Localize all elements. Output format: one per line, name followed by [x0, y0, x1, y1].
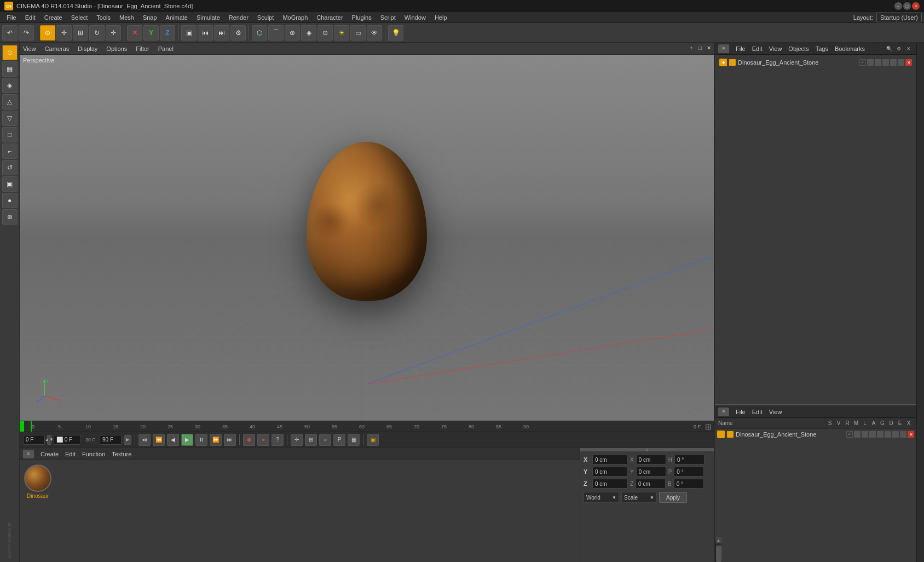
spline-tool-button[interactable]: ⌒ — [268, 25, 284, 41]
cube-primitive-button[interactable]: ⬡ — [252, 25, 267, 41]
coord-b-value[interactable]: 0 ° — [674, 479, 704, 489]
sidebar-texture-btn[interactable]: □ — [2, 127, 18, 142]
menu-script[interactable]: Script — [376, 12, 400, 23]
frame-spinner[interactable]: ▲▼ — [47, 435, 51, 445]
render-active-view[interactable]: ⏭ — [214, 25, 229, 41]
scroll-thumb[interactable] — [716, 546, 721, 562]
minimize-button[interactable]: − — [894, 2, 902, 10]
browser-search-icon[interactable]: 🔍 — [885, 44, 893, 53]
apply-button[interactable]: Apply — [659, 492, 687, 503]
obj-flag-a5[interactable] — [885, 431, 891, 438]
material-item[interactable]: Dinosaur — [24, 464, 51, 499]
menu-sculpt[interactable]: Sculpt — [253, 12, 279, 23]
sidebar-paint-btn[interactable]: ● — [2, 193, 18, 208]
mat-menu-function[interactable]: Function — [82, 451, 105, 457]
menu-tools[interactable]: Tools — [92, 12, 115, 23]
coord-p-value[interactable]: 0 ° — [674, 467, 704, 477]
obj-flag-5[interactable] — [898, 59, 904, 66]
play-button[interactable]: ▶ — [181, 434, 193, 446]
obj-manager-row[interactable]: Dinosaur_Egg_Ancient_Stone ✓ ✕ — [715, 429, 916, 440]
sidebar-point-btn[interactable]: △ — [2, 94, 18, 110]
camera-button[interactable]: ⊙ — [317, 25, 333, 41]
sidebar-select-btn[interactable]: ⊙ — [2, 45, 18, 60]
scale-tool-button[interactable]: ⊞ — [73, 25, 88, 41]
obj-flag-a4[interactable] — [877, 431, 883, 438]
move-tool-button[interactable]: ✛ — [56, 25, 72, 41]
scale-dropdown[interactable]: Scale ▼ — [621, 492, 657, 503]
obj-manager-icon[interactable]: ≡ — [718, 408, 729, 416]
menu-snap[interactable]: Snap — [138, 12, 161, 23]
coord-y-size-value[interactable]: 0 cm — [636, 467, 666, 477]
obj-flag-3[interactable] — [882, 59, 889, 66]
sidebar-sculpt-btn[interactable]: ▣ — [2, 176, 18, 192]
obj-menu-view[interactable]: View — [769, 409, 782, 415]
auto-key-button[interactable]: ● — [257, 434, 269, 446]
obj-flag-a6[interactable] — [892, 431, 899, 438]
browser-menu-file[interactable]: File — [736, 45, 746, 52]
light-toggle-button[interactable]: 💡 — [388, 25, 403, 41]
browser-menu-edit[interactable]: Edit — [752, 45, 763, 52]
menu-select[interactable]: Select — [67, 12, 93, 23]
sidebar-snap-btn[interactable]: ↺ — [2, 160, 18, 175]
menu-mograph[interactable]: MoGraph — [278, 12, 312, 23]
layout-dropdown[interactable]: Startup (User) — [876, 13, 922, 22]
coord-h-value[interactable]: 0 ° — [674, 455, 704, 464]
undo-button[interactable]: ↶ — [2, 25, 18, 41]
obj-flag-a2[interactable] — [862, 431, 868, 438]
obj-delete-flag[interactable]: ✕ — [905, 59, 912, 66]
browser-object-row[interactable]: ◆ Dinosaur_Egg_Ancient_Stone ✓ ✕ — [717, 57, 914, 68]
world-dropdown[interactable]: World ▼ — [584, 492, 619, 503]
transform-button[interactable]: ✛ — [106, 25, 121, 41]
menu-simulate[interactable]: Simulate — [192, 12, 224, 23]
menu-create[interactable]: Create — [40, 12, 67, 23]
coord-z-size-value[interactable]: 0 cm — [636, 479, 666, 489]
point-level-anim[interactable]: ▦ — [348, 434, 360, 446]
obj-flag-a3[interactable] — [869, 431, 876, 438]
timeline-expand-btn[interactable]: ⊞ — [703, 422, 714, 431]
coord-x-pos-field[interactable] — [592, 455, 628, 464]
obj-flag-1[interactable] — [867, 59, 874, 66]
menu-character[interactable]: Character — [312, 12, 347, 23]
menu-plugins[interactable]: Plugins — [348, 12, 376, 23]
z-axis-button[interactable]: Z — [160, 25, 175, 41]
menu-edit[interactable]: Edit — [21, 12, 40, 23]
vertical-scrollbar[interactable]: ▲ — [715, 537, 721, 562]
redo-button[interactable]: ↷ — [19, 25, 34, 41]
light-button[interactable]: ☀ — [334, 25, 349, 41]
nurbs-button[interactable]: ⊕ — [285, 25, 300, 41]
rotate-tool-button[interactable]: ↻ — [89, 25, 105, 41]
obj-flag-4[interactable] — [890, 59, 897, 66]
stop-button[interactable]: ⏸ — [195, 434, 207, 446]
next-frame-button[interactable]: ⏩ — [210, 434, 222, 446]
scroll-up-arrow[interactable]: ▲ — [715, 537, 722, 543]
menu-animate[interactable]: Animate — [161, 12, 192, 23]
end-frame-expand[interactable]: ▶ — [124, 435, 131, 445]
obj-menu-file[interactable]: File — [736, 409, 746, 415]
browser-menu-objects[interactable]: Objects — [788, 45, 809, 52]
coord-x-size-value[interactable]: 0 cm — [636, 455, 666, 464]
material-panel-icon[interactable]: ≡ — [23, 450, 34, 458]
mat-menu-create[interactable]: Create — [41, 451, 59, 457]
end-frame-field[interactable]: 90 F — [100, 435, 122, 445]
sidebar-workplane-btn[interactable]: ⌐ — [2, 144, 18, 159]
mat-menu-edit[interactable]: Edit — [65, 451, 76, 457]
browser-settings-icon[interactable]: ⚙ — [894, 44, 903, 53]
mat-menu-texture[interactable]: Texture — [112, 451, 131, 457]
obj-flag-checkmark[interactable]: ✓ — [859, 59, 866, 66]
floor-button[interactable]: ▭ — [350, 25, 366, 41]
vp-close-icon[interactable]: ✕ — [705, 44, 713, 51]
render-settings[interactable]: ⚙ — [230, 25, 246, 41]
record-button[interactable]: ⏺ — [243, 434, 255, 446]
go-end-button[interactable]: ⏭ — [224, 434, 236, 446]
sidebar-polygon-btn[interactable]: ▦ — [2, 61, 18, 77]
vp-menu-view[interactable]: View — [23, 45, 36, 52]
close-button[interactable]: ✕ — [912, 2, 920, 10]
rotate-keys-button[interactable]: ○ — [319, 434, 331, 446]
vp-menu-filter[interactable]: Filter — [136, 45, 149, 52]
vp-menu-display[interactable]: Display — [78, 45, 97, 52]
sidebar-extra-btn[interactable]: ⊕ — [2, 209, 18, 225]
select-tool-button[interactable]: ⊙ — [40, 25, 55, 41]
render-region-button[interactable]: ▣ — [181, 25, 197, 41]
browser-menu-bookmarks[interactable]: Bookmarks — [835, 45, 865, 52]
menu-window[interactable]: Window — [400, 12, 430, 23]
